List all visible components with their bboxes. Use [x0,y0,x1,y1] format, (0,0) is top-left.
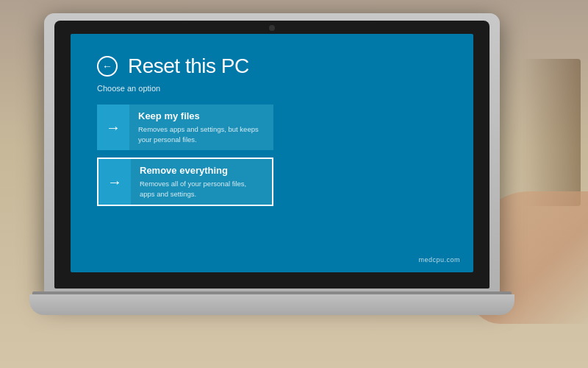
remove-everything-text: Remove everything Removes all of your pe… [131,159,272,205]
screen: ← Reset this PC Choose an option → [71,34,473,272]
keep-files-arrow-icon: → [106,119,121,136]
page-title: Reset this PC [128,54,249,78]
keep-files-title: Keep my files [138,110,265,121]
laptop-base: hp [29,294,514,315]
scene: ← Reset this PC Choose an option → [0,0,588,368]
cable-area [522,59,581,206]
keep-files-option[interactable]: → Keep my files Removes apps and setting… [97,105,273,150]
remove-everything-arrow-box: → [98,159,131,205]
watermark: medcpu.com [418,256,460,263]
keep-files-arrow-box: → [97,105,129,150]
choose-option-label: Choose an option [97,84,447,93]
remove-everything-title: Remove everything [140,165,263,176]
back-button[interactable]: ← [97,56,118,77]
keep-files-text: Keep my files Removes apps and settings,… [129,105,273,150]
options-list: → Keep my files Removes apps and setting… [97,105,447,206]
back-arrow-icon: ← [102,61,112,71]
title-row: ← Reset this PC [97,54,447,78]
screen-bezel: ← Reset this PC Choose an option → [54,21,490,289]
remove-everything-arrow-icon: → [107,174,122,191]
laptop-body: ← Reset this PC Choose an option → [44,13,500,300]
remove-everything-description: Removes all of your personal files, apps… [140,179,263,199]
webcam [269,25,275,31]
reset-pc-screen: ← Reset this PC Choose an option → [71,34,473,272]
remove-everything-option[interactable]: → Remove everything Removes all of your … [97,158,273,206]
keep-files-description: Removes apps and settings, but keeps you… [138,124,265,144]
